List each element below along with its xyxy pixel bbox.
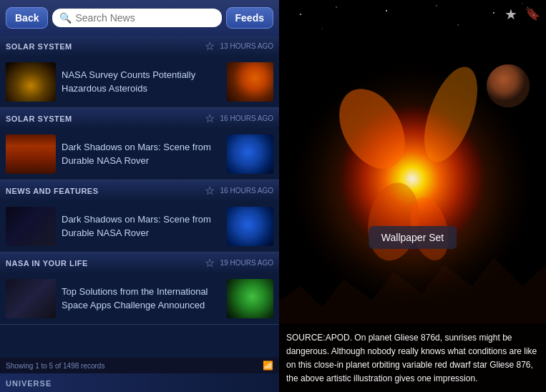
svg-point-1	[300, 14, 301, 15]
section-meta-3: ☆ 16 HOURS AGO	[205, 184, 273, 197]
section-title-2: Solar System	[6, 114, 72, 123]
star-icon-1[interactable]: ☆	[205, 39, 215, 53]
status-bar: Showing 1 to 5 of 1498 records 📶	[0, 358, 279, 373]
top-bar: Back 🔍 Feeds	[0, 0, 279, 36]
thumb-right-2	[227, 134, 273, 174]
news-item-4[interactable]: Top Solutions from the International Spa…	[0, 273, 279, 324]
wifi-icon: 📶	[263, 361, 273, 371]
section-header-2: Solar System ☆ 16 HOURS AGO	[0, 108, 279, 129]
news-section-4: NASA in Your Life ☆ 19 HOURS AGO Top Sol…	[0, 253, 279, 325]
section-meta-2: ☆ 16 HOURS AGO	[205, 112, 273, 125]
section-meta-1: ☆ 13 HOURS AGO	[205, 39, 273, 53]
left-panel: Back 🔍 Feeds Solar System ☆ 13 HOURS AGO…	[0, 0, 279, 392]
thumb-right-4	[227, 279, 273, 318]
description-text: SOURCE:APOD. On planet Gliese 876d, sunr…	[286, 333, 537, 383]
thumb-left-2	[6, 134, 56, 174]
news-title-4: Top Solutions from the International Spa…	[62, 285, 221, 311]
time-ago-2: 16 HOURS AGO	[220, 114, 273, 122]
svg-point-4	[436, 5, 437, 6]
wallpaper-button[interactable]: Wallpaper Set	[369, 226, 457, 249]
svg-point-3	[386, 10, 387, 11]
news-item-3[interactable]: Dark Shadows on Mars: Scene from Durable…	[0, 201, 279, 252]
universe-label: Universe	[6, 379, 52, 388]
thumb-right-1	[227, 62, 273, 102]
section-meta-4: ☆ 19 HOURS AGO	[205, 256, 273, 270]
section-title-4: NASA in Your Life	[6, 259, 88, 268]
status-text: Showing 1 to 5 of 1498 records	[6, 362, 104, 370]
news-section-3: News and Features ☆ 16 HOURS AGO Dark Sh…	[0, 180, 279, 253]
svg-point-7	[322, 29, 323, 29]
star-favorite-icon[interactable]: ★	[504, 6, 517, 23]
time-ago-3: 16 HOURS AGO	[220, 187, 273, 195]
svg-point-2	[336, 6, 337, 8]
section-header-1: Solar System ☆ 13 HOURS AGO	[0, 36, 279, 57]
search-icon: 🔍	[59, 12, 72, 24]
section-header-3: News and Features ☆ 16 HOURS AGO	[0, 180, 279, 201]
search-bar: 🔍	[52, 9, 221, 27]
news-list: Solar System ☆ 13 HOURS AGO NASA Survey …	[0, 36, 279, 358]
time-ago-4: 19 HOURS AGO	[220, 259, 273, 267]
news-section-2: Solar System ☆ 16 HOURS AGO Dark Shadows…	[0, 108, 279, 180]
thumb-left-3	[6, 207, 56, 246]
space-background: ★ 🔖 Wallpaper Set SOURCE:APOD. On planet…	[279, 0, 546, 392]
news-title-2: Dark Shadows on Mars: Scene from Durable…	[62, 141, 221, 167]
time-ago-1: 13 HOURS AGO	[220, 42, 273, 50]
thumb-left-4	[6, 279, 56, 318]
svg-point-5	[493, 12, 494, 14]
star-icon-2[interactable]: ☆	[205, 112, 215, 125]
bookmark-icon[interactable]: 🔖	[525, 6, 540, 23]
right-panel: ★ 🔖 Wallpaper Set SOURCE:APOD. On planet…	[279, 0, 546, 392]
feeds-button[interactable]: Feeds	[226, 7, 273, 29]
news-section-1: Solar System ☆ 13 HOURS AGO NASA Survey …	[0, 36, 279, 108]
thumb-left-1	[6, 62, 56, 102]
star-icon-3[interactable]: ☆	[205, 184, 215, 197]
svg-point-6	[522, 3, 522, 4]
news-item-1[interactable]: NASA Survey Counts Potentially Hazardous…	[0, 57, 279, 107]
section-title-3: News and Features	[6, 187, 99, 195]
section-header-4: NASA in Your Life ☆ 19 HOURS AGO	[0, 253, 279, 273]
star-icon-4[interactable]: ☆	[205, 256, 215, 270]
svg-point-8	[457, 24, 458, 25]
news-title-3: Dark Shadows on Mars: Scene from Durable…	[62, 213, 221, 239]
news-title-1: NASA Survey Counts Potentially Hazardous…	[62, 69, 221, 94]
universe-bar: Universe	[0, 373, 279, 392]
description-panel: SOURCE:APOD. On planet Gliese 876d, sunr…	[279, 323, 546, 392]
search-input[interactable]	[75, 12, 214, 24]
top-icons: ★ 🔖	[504, 6, 540, 23]
thumb-right-3	[227, 207, 273, 246]
back-button[interactable]: Back	[6, 7, 48, 29]
section-title-1: Solar System	[6, 42, 72, 51]
news-item-2[interactable]: Dark Shadows on Mars: Scene from Durable…	[0, 129, 279, 180]
